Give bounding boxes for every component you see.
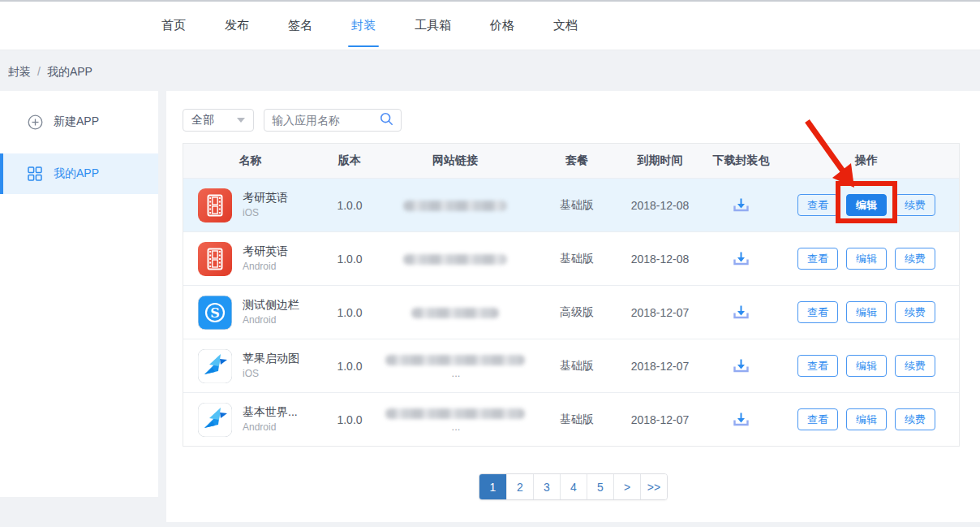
app-url-masked: ...: [382, 352, 528, 379]
sidebar-item-0[interactable]: 新建APP: [0, 102, 158, 142]
app-expiry: 2018-12-07: [625, 360, 694, 373]
nav-item-3[interactable]: 封装: [343, 2, 384, 50]
app-package: 基础版: [528, 359, 625, 374]
download-icon[interactable]: [732, 304, 750, 322]
renew-button[interactable]: 续费: [895, 408, 935, 430]
app-expiry: 2018-12-08: [625, 199, 694, 212]
table-row: 苹果启动图iOS1.0.0...基础版2018-12-07查看编辑续费: [183, 339, 959, 392]
app-url-masked: [382, 253, 528, 266]
view-button[interactable]: 查看: [797, 248, 838, 270]
app-table: 名称版本网站链接套餐到期时间下载封装包操作 考研英语iOS1.0.0基础版201…: [183, 143, 960, 447]
download-icon[interactable]: [732, 250, 750, 268]
breadcrumb: 封装/我的APP: [8, 65, 92, 80]
s-blue-icon: S: [198, 296, 232, 330]
filter-dropdown-value: 全部: [191, 113, 214, 127]
app-platform: Android: [243, 261, 288, 273]
row-actions: 查看编辑续费: [788, 355, 961, 377]
app-platform: iOS: [243, 368, 299, 380]
column-header-6: 操作: [788, 153, 961, 168]
app-name: 基本世界...: [243, 405, 298, 420]
nav-item-4[interactable]: 工具箱: [406, 2, 459, 50]
column-header-1: 版本: [317, 153, 382, 168]
search-input[interactable]: [272, 114, 369, 127]
edit-button[interactable]: 编辑: [846, 408, 887, 430]
bird-blue-icon: [198, 403, 232, 437]
table-row: S测试侧边栏Android1.0.0高级版2018-12-07查看编辑续费: [183, 285, 959, 339]
toolbar: 全部: [183, 109, 402, 132]
nav-item-5[interactable]: 价格: [482, 2, 522, 50]
app-package: 基础版: [528, 413, 625, 427]
app-name: 考研英语: [243, 244, 288, 259]
download-icon[interactable]: [732, 411, 750, 429]
nav-item-1[interactable]: 发布: [217, 2, 257, 50]
renew-button[interactable]: 续费: [895, 355, 935, 377]
table-row: 考研英语Android1.0.0基础版2018-12-08查看编辑续费: [183, 231, 959, 285]
row-actions: 查看编辑续费: [788, 248, 961, 270]
edit-button[interactable]: 编辑: [846, 355, 887, 377]
view-button[interactable]: 查看: [797, 194, 838, 216]
renew-button[interactable]: 续费: [895, 301, 935, 323]
column-header-4: 到期时间: [625, 153, 694, 168]
page-button-5[interactable]: 5: [587, 474, 613, 499]
page-button-1[interactable]: 1: [479, 474, 506, 499]
film-red-icon: [198, 242, 232, 276]
edit-button[interactable]: 编辑: [846, 194, 887, 216]
view-button[interactable]: 查看: [797, 408, 838, 430]
app-name: 测试侧边栏: [243, 298, 299, 313]
row-actions: 查看编辑续费: [788, 194, 961, 216]
row-actions: 查看编辑续费: [788, 301, 961, 323]
download-icon[interactable]: [732, 197, 750, 214]
page-next-button[interactable]: >: [613, 474, 640, 499]
renew-button[interactable]: 续费: [895, 194, 935, 216]
app-name: 考研英语: [243, 191, 288, 205]
chevron-down-icon: [237, 118, 245, 123]
table-row: 考研英语iOS1.0.0基础版2018-12-08查看编辑续费: [183, 178, 959, 231]
edit-button[interactable]: 编辑: [846, 248, 887, 270]
view-button[interactable]: 查看: [797, 301, 838, 323]
search-icon[interactable]: [380, 112, 393, 129]
app-package: 基础版: [528, 198, 625, 213]
sidebar: 新建APP我的APP: [0, 91, 158, 497]
nav-item-2[interactable]: 签名: [280, 2, 320, 50]
app-expiry: 2018-12-08: [625, 253, 694, 266]
app-package: 基础版: [528, 252, 625, 266]
sidebar-item-label: 我的APP: [54, 166, 99, 181]
page-button-2[interactable]: 2: [506, 474, 533, 499]
app-version: 1.0.0: [317, 306, 382, 319]
download-icon[interactable]: [732, 357, 750, 375]
page-jump-next-button[interactable]: >>: [640, 474, 667, 499]
page-button-4[interactable]: 4: [560, 474, 587, 499]
nav-item-0[interactable]: 首页: [153, 2, 194, 50]
breadcrumb-current: 我的APP: [47, 65, 92, 78]
top-navigation: 首页发布签名封装工具箱价格文档: [0, 0, 980, 50]
grid-icon: [27, 166, 43, 182]
sidebar-item-1[interactable]: 我的APP: [0, 153, 158, 194]
filter-dropdown[interactable]: 全部: [183, 109, 254, 132]
app-url-masked: [382, 306, 528, 319]
renew-button[interactable]: 续费: [895, 248, 935, 270]
app-url-masked: ...: [382, 406, 528, 433]
column-header-0: 名称: [183, 153, 317, 168]
breadcrumb-section[interactable]: 封装: [8, 65, 31, 78]
film-red-icon: [198, 188, 232, 222]
sidebar-item-label: 新建APP: [54, 114, 99, 129]
nav-item-6[interactable]: 文档: [545, 2, 586, 50]
pagination: 12345>>>: [166, 473, 980, 500]
view-button[interactable]: 查看: [797, 355, 838, 377]
edit-button[interactable]: 编辑: [846, 301, 887, 323]
app-version: 1.0.0: [317, 199, 382, 212]
breadcrumb-separator: /: [37, 65, 41, 78]
page-button-3[interactable]: 3: [533, 474, 560, 499]
search-box[interactable]: [264, 109, 402, 132]
app-version: 1.0.0: [317, 413, 382, 426]
row-actions: 查看编辑续费: [788, 408, 961, 430]
app-platform: Android: [243, 314, 299, 326]
table-row: 基本世界...Android1.0.0...基础版2018-12-07查看编辑续…: [183, 392, 959, 446]
app-package: 高级版: [528, 305, 625, 320]
bird-blue-icon: [198, 349, 232, 383]
table-header-row: 名称版本网站链接套餐到期时间下载封装包操作: [183, 144, 959, 178]
app-version: 1.0.0: [317, 253, 382, 266]
app-version: 1.0.0: [317, 360, 382, 373]
app-expiry: 2018-12-07: [625, 306, 694, 319]
svg-text:S: S: [210, 305, 220, 320]
